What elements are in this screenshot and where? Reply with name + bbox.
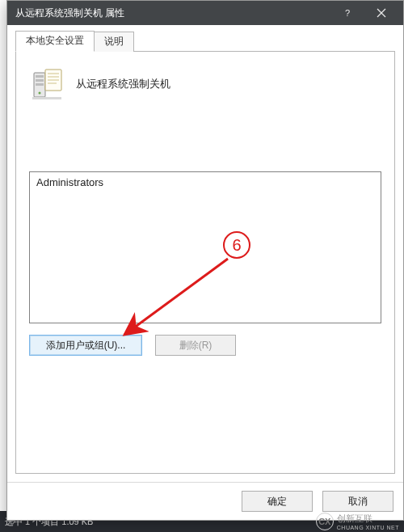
policy-header: 从远程系统强制关机 bbox=[29, 66, 381, 102]
tab-strip: 本地安全设置 说明 bbox=[15, 32, 395, 51]
help-button[interactable]: ? bbox=[330, 1, 364, 25]
list-action-buttons: 添加用户或组(U)... 删除(R) bbox=[29, 335, 381, 356]
tab-explain[interactable]: 说明 bbox=[94, 32, 134, 52]
help-icon: ? bbox=[343, 8, 352, 18]
button-label: 取消 bbox=[348, 496, 368, 507]
server-policy-icon bbox=[29, 66, 65, 102]
button-label: 添加用户或组(U)... bbox=[46, 340, 126, 351]
properties-dialog: 从远程系统强制关机 属性 ? 本地安全设置 说明 bbox=[6, 0, 404, 521]
list-item-label: Administrators bbox=[36, 176, 103, 188]
svg-point-7 bbox=[39, 92, 41, 95]
policy-title: 从远程系统强制关机 bbox=[76, 77, 170, 91]
svg-rect-13 bbox=[32, 97, 61, 99]
dialog-footer: 确定 取消 bbox=[7, 482, 403, 520]
tab-local-security-settings[interactable]: 本地安全设置 bbox=[15, 31, 95, 52]
add-user-or-group-button[interactable]: 添加用户或组(U)... bbox=[29, 335, 142, 356]
button-label: 确定 bbox=[267, 496, 287, 507]
tab-panel-local-security: 从远程系统强制关机 Administrators 添加用户或组(U)... 删除… bbox=[15, 51, 395, 474]
close-button[interactable] bbox=[364, 1, 398, 25]
canvas: 选中 1 个项目 1.09 KB 从远程系统强制关机 属性 ? 本地安全设置 bbox=[0, 0, 404, 532]
list-item[interactable]: Administrators bbox=[35, 175, 376, 189]
close-icon bbox=[377, 8, 386, 18]
tab-label: 本地安全设置 bbox=[26, 35, 84, 46]
tab-label: 说明 bbox=[104, 36, 124, 47]
members-listbox[interactable]: Administrators bbox=[29, 171, 381, 323]
dialog-client-area: 本地安全设置 说明 bbox=[7, 25, 403, 482]
svg-text:?: ? bbox=[345, 8, 350, 18]
ok-button[interactable]: 确定 bbox=[242, 491, 313, 512]
svg-rect-6 bbox=[36, 83, 44, 86]
cancel-button[interactable]: 取消 bbox=[322, 491, 393, 512]
svg-rect-4 bbox=[36, 75, 44, 78]
svg-rect-5 bbox=[36, 79, 44, 82]
button-label: 删除(R) bbox=[179, 340, 213, 351]
dialog-title: 从远程系统强制关机 属性 bbox=[15, 6, 330, 20]
remove-button: 删除(R) bbox=[155, 335, 236, 356]
dialog-titlebar: 从远程系统强制关机 属性 ? bbox=[7, 1, 403, 25]
